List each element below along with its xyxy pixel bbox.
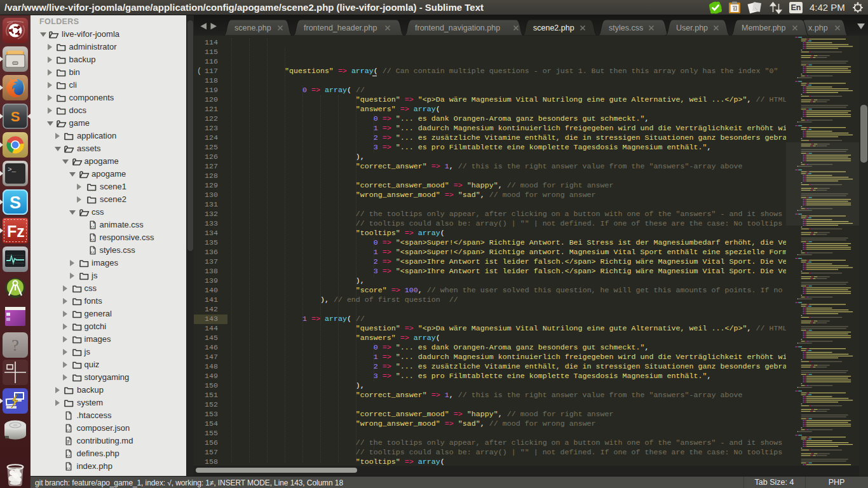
svg-text:S: S [11,109,20,125]
svg-text:>_: >_ [8,166,17,173]
svg-text:scene.php: scene.php [234,24,271,32]
svg-text:Member.php: Member.php [742,24,786,32]
svg-text:frontend_navigation.php: frontend_navigation.php [415,24,500,32]
svg-text:styles.css: styles.css [609,24,643,32]
svg-text:?: ? [11,336,19,355]
svg-text:x.php: x.php [808,24,828,32]
svg-text:User.php: User.php [676,24,708,32]
svg-text:Fz: Fz [7,222,25,240]
svg-text:scene2.php: scene2.php [533,24,574,32]
svg-text:S: S [10,193,21,212]
svg-text:frontend_header.php: frontend_header.php [304,24,377,32]
